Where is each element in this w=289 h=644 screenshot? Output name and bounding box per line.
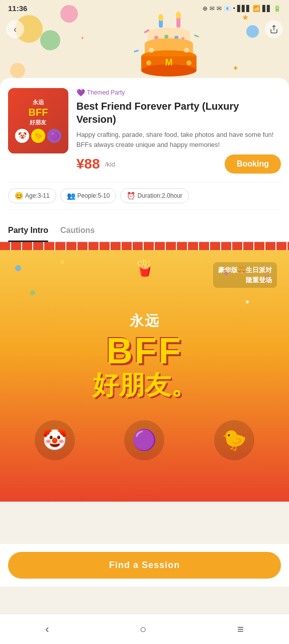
product-description: Happy crafting, parade, share food, take… (76, 130, 281, 149)
confetti-1 (15, 265, 21, 271)
character-grimace: 🟣 (124, 420, 164, 460)
cake-illustration: M (129, 10, 209, 80)
character-burglar: 🤡 (35, 420, 75, 460)
confetti-3 (30, 290, 35, 295)
character-birdie: 🐤 (214, 420, 254, 460)
party-banner: 豪华版🍔生日派对 隆重登场 🍟 永远 BFF 好朋友。 🤡 🟣 (0, 242, 289, 502)
booking-button[interactable]: Booking (225, 154, 281, 174)
star-deco3: ✦ (232, 63, 239, 73)
confetti-4 (246, 300, 249, 303)
svg-point-8 (164, 35, 168, 39)
themed-badge: 💜 Themed Party (76, 89, 125, 97)
svg-text:M: M (165, 57, 172, 67)
share-button[interactable] (265, 20, 283, 38)
banner-main: 豪华版🍔生日派对 隆重登场 🍟 永远 BFF 好朋友。 🤡 🟣 (0, 250, 289, 502)
status-bar: 11:36 ⊕ ✉ ✉ 📧 • ▋▋▋ 📶 ▋▋ 🔋 (0, 0, 289, 17)
status-icons: ⊕ ✉ ✉ 📧 • ▋▋▋ 📶 ▋▋ 🔋 (203, 5, 281, 12)
dot-icon: • (233, 5, 235, 12)
people-icon: 👥 (67, 192, 75, 200)
product-info: 💜 Themed Party Best Friend Forever Party… (76, 88, 281, 174)
nav-back-button[interactable]: ‹ (33, 619, 61, 640)
back-button[interactable]: ‹ (6, 20, 24, 38)
price-booking-row: ¥88 /kid Booking (76, 154, 281, 174)
status-time: 11:36 (8, 4, 27, 13)
svg-rect-23 (194, 34, 199, 37)
product-top: 永远 BFF 好朋友 🤡 🐤 🟣 💜 Themed Party Best Fri… (8, 88, 281, 174)
tags-row: 😊 Age:3-11 👥 People:5-10 ⏰ Duration:2.0h… (8, 182, 281, 210)
bff-text-area: 永远 BFF 好朋友。 (92, 311, 197, 399)
age-tag: 😊 Age:3-11 (8, 188, 56, 203)
content-area: 豪华版🍔生日派对 隆重登场 🍟 永远 BFF 好朋友。 🤡 🟣 (0, 242, 289, 544)
duration-icon: ⏰ (127, 192, 135, 200)
signal2-icon: ▋▋ (262, 5, 271, 12)
tab-cautions[interactable]: Cautions (60, 226, 94, 241)
signal-icon: ▋▋▋ (237, 5, 251, 12)
svg-rect-24 (133, 50, 138, 52)
product-section: 永远 BFF 好朋友 🤡 🐤 🟣 💜 Themed Party Best Fri… (0, 78, 289, 218)
people-tag: 👥 People:5-10 (60, 188, 117, 203)
price-per-unit: /kid (105, 160, 115, 168)
find-session-button[interactable]: Find a Session (8, 552, 281, 579)
banner-characters: 🤡 🟣 🐤 (0, 410, 289, 470)
nav-menu-button[interactable]: ≡ (225, 619, 256, 640)
bottom-nav: ‹ ○ ≡ (0, 614, 289, 644)
duration-tag: ⏰ Duration:2.0hour (120, 188, 188, 203)
tab-party-intro[interactable]: Party Intro (8, 226, 48, 241)
banner-checkered-top (0, 242, 289, 250)
location-icon: ⊕ (203, 5, 208, 12)
banner-top-text: 豪华版🍔生日派对 隆重登场 (213, 262, 277, 288)
product-price: ¥88 (76, 156, 100, 172)
svg-point-21 (186, 60, 191, 65)
product-title: Best Friend Forever Party (Luxury Versio… (76, 100, 281, 126)
svg-point-18 (149, 48, 154, 53)
happy-meal-icon: 🍟 (135, 258, 155, 277)
product-image: 永远 BFF 好朋友 🤡 🐤 🟣 (8, 88, 68, 153)
msg2-icon: ✉ (217, 5, 222, 12)
find-session-wrap: Find a Session (0, 544, 289, 587)
svg-point-19 (184, 48, 189, 53)
tabs-bar: Party Intro Cautions (0, 218, 289, 242)
nav-home-button[interactable]: ○ (128, 619, 158, 640)
themed-icon: 💜 (76, 89, 85, 97)
msg1-icon: ✉ (210, 5, 215, 12)
battery-icon: 🔋 (273, 5, 281, 12)
age-icon: 😊 (15, 192, 23, 200)
svg-point-20 (146, 60, 151, 65)
confetti-5 (60, 260, 64, 264)
star-deco2: ✦ (80, 35, 84, 41)
mail-icon: 📧 (224, 5, 231, 12)
wifi-icon: 📶 (253, 5, 260, 12)
